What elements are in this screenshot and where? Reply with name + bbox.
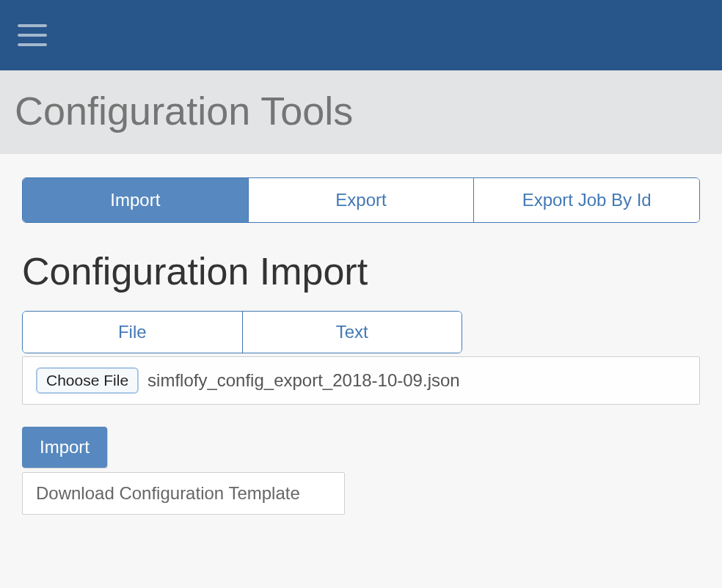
- section-heading: Configuration Import: [22, 249, 700, 293]
- download-template-button[interactable]: Download Configuration Template: [22, 472, 345, 515]
- sub-tab-text[interactable]: Text: [243, 312, 462, 353]
- choose-file-button[interactable]: Choose File: [36, 367, 139, 394]
- main-tab-group: Import Export Export Job By Id: [22, 177, 700, 223]
- page-title: Configuration Tools: [15, 88, 707, 133]
- sub-tab-file[interactable]: File: [23, 312, 243, 353]
- tab-export-job-by-id[interactable]: Export Job By Id: [474, 178, 699, 222]
- tab-export[interactable]: Export: [249, 178, 475, 222]
- file-input-row: Choose File simflofy_config_export_2018-…: [22, 356, 700, 405]
- main-content: Import Export Export Job By Id Configura…: [0, 154, 722, 515]
- import-button[interactable]: Import: [22, 427, 107, 468]
- selected-file-name: simflofy_config_export_2018-10-09.json: [147, 370, 460, 391]
- top-nav-bar: [0, 0, 722, 70]
- tab-import[interactable]: Import: [23, 178, 249, 222]
- import-mode-tab-group: File Text: [22, 311, 462, 353]
- page-title-bar: Configuration Tools: [0, 70, 722, 154]
- hamburger-menu-icon[interactable]: [18, 24, 47, 46]
